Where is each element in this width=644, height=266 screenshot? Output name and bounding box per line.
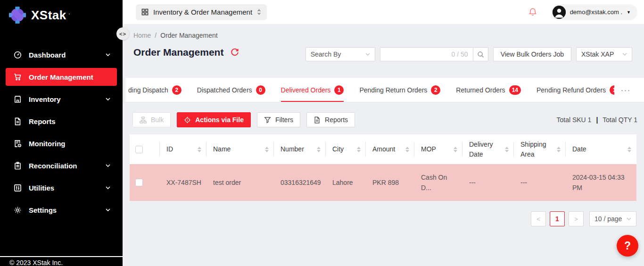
- app-switcher-button[interactable]: Inventory & Order Management: [136, 4, 267, 20]
- breadcrumb-current: Order Management: [160, 32, 217, 39]
- table-header-row: ID Name Number City Amount MOP: [130, 134, 636, 164]
- pagination-page-1[interactable]: 1: [550, 211, 565, 226]
- sort-icon[interactable]: [557, 147, 561, 152]
- sidebar-item-utilities[interactable]: Utilities: [6, 179, 117, 197]
- xap-select-value: XStak XAP: [581, 50, 614, 58]
- topbar: Inventory & Order Management demo@xstak.…: [123, 0, 644, 25]
- brand-logo[interactable]: XStak ·: [0, 0, 123, 24]
- cart-icon: [14, 73, 22, 81]
- target-icon: [184, 116, 191, 124]
- page-title: Order Management: [133, 47, 223, 58]
- cell-name: test order: [206, 164, 274, 201]
- search-input[interactable]: [385, 50, 449, 58]
- search-box: 0 / 50: [380, 47, 473, 61]
- sidebar-collapse-toggle[interactable]: <>: [116, 27, 129, 40]
- header-checkbox-cell: [130, 134, 160, 164]
- sidebar-item-label: Monitoring: [29, 140, 65, 148]
- actions-via-file-button[interactable]: Actions via File: [177, 112, 251, 127]
- tab-count-badge: 2: [431, 85, 440, 95]
- sidebar-item-label: Inventory: [29, 95, 61, 103]
- orders-table: ID Name Number City Amount MOP: [130, 134, 636, 201]
- chevron-down-icon: [365, 53, 370, 56]
- sidebar-item-inventory[interactable]: Inventory: [6, 90, 117, 108]
- column-header-amount[interactable]: Amount: [366, 134, 414, 164]
- sidebar-item-dashboard[interactable]: Dashboard: [6, 46, 117, 64]
- search-by-value: Search By: [311, 50, 341, 58]
- tab-pending-refund-orders[interactable]: Pending Refund Orders 1: [537, 78, 619, 102]
- column-header-id[interactable]: ID: [160, 134, 206, 164]
- column-header-delivery-date[interactable]: Delivery Date: [462, 134, 514, 164]
- column-header-number[interactable]: Number: [274, 134, 326, 164]
- notification-bell-icon[interactable]: [528, 8, 537, 17]
- sort-icon[interactable]: [405, 147, 409, 152]
- page-size-value: 10 / page: [594, 215, 622, 223]
- row-checkbox[interactable]: [135, 179, 143, 186]
- view-bulk-orders-job-button[interactable]: View Bulk Orders Job: [493, 47, 571, 61]
- column-header-date[interactable]: Date: [566, 134, 636, 164]
- breadcrumb-separator: /: [155, 32, 157, 39]
- page-size-select[interactable]: 10 / page: [589, 211, 636, 226]
- filter-funnel-icon: [264, 116, 271, 124]
- pagination-next-button[interactable]: >: [569, 211, 584, 226]
- tab-pending-return-orders[interactable]: Pending Return Orders 2: [359, 78, 440, 102]
- select-all-checkbox[interactable]: [135, 146, 143, 153]
- cell-delivery-date: ---: [462, 164, 514, 201]
- column-header-shipping-area[interactable]: Shipping Area: [514, 134, 566, 164]
- clipboard-icon: [14, 162, 22, 170]
- tab-count-badge: 14: [509, 85, 521, 95]
- tab-count-badge: 2: [172, 85, 182, 95]
- sidebar-item-reconciliation[interactable]: Reconciliation: [6, 157, 117, 175]
- sidebar-item-order-management[interactable]: Order Management: [6, 68, 117, 86]
- caret-down-icon: ▼: [627, 10, 631, 15]
- total-qty: Total QTY 1: [603, 116, 637, 124]
- sidebar-item-monitoring[interactable]: Monitoring: [6, 134, 117, 152]
- search-group: 0 / 50: [380, 47, 488, 61]
- sidebar: XStak · Dashboard Order Management Inven…: [0, 0, 123, 266]
- sliders-icon: [14, 184, 22, 192]
- filters-button[interactable]: Filters: [257, 112, 300, 127]
- bulk-button[interactable]: Bulk: [132, 112, 171, 127]
- sidebar-item-label: Dashboard: [29, 51, 66, 59]
- tab-count-badge: 1: [334, 85, 344, 95]
- order-status-tabs: ding Dispatch 2 Dispatched Orders 0 Deli…: [123, 78, 644, 102]
- sort-icon[interactable]: [627, 147, 631, 152]
- sidebar-item-settings[interactable]: Settings: [6, 201, 117, 219]
- sidebar-menu: Dashboard Order Management Inventory Rep…: [0, 46, 123, 219]
- main-content: <> Home / Order Management Order Managem…: [123, 25, 644, 266]
- sort-icon[interactable]: [505, 147, 509, 152]
- reports-button[interactable]: Reports: [306, 112, 355, 127]
- search-by-select[interactable]: Search By: [305, 47, 375, 61]
- pagination-prev-button[interactable]: <: [531, 211, 546, 226]
- avatar: [553, 6, 566, 19]
- sidebar-item-reports[interactable]: Reports: [6, 112, 117, 130]
- sort-icon[interactable]: [317, 147, 321, 152]
- search-button[interactable]: [473, 47, 488, 61]
- column-header-city[interactable]: City: [326, 134, 366, 164]
- cell-number: 03316321649: [274, 164, 326, 201]
- table-row[interactable]: XX-7487SH test order 03316321649 Lahore …: [130, 164, 636, 201]
- user-menu[interactable]: demo@xstak.com . ▼: [551, 4, 637, 20]
- totals-divider: |: [596, 116, 598, 124]
- cell-mop: Cash On D...: [414, 164, 462, 201]
- refresh-icon[interactable]: [231, 48, 239, 57]
- tab-dispatched-orders[interactable]: Dispatched Orders 0: [197, 78, 265, 102]
- tab-count-badge: 0: [256, 85, 265, 95]
- topbar-right: demo@xstak.com . ▼: [528, 4, 637, 20]
- chevron-down-icon: [106, 98, 110, 101]
- sidebar-item-label: Reconciliation: [29, 162, 77, 170]
- report-document-icon: [14, 117, 22, 125]
- sort-icon[interactable]: [265, 147, 269, 152]
- store-icon: [14, 95, 22, 103]
- tab-returned-orders[interactable]: Returned Orders 14: [456, 78, 521, 102]
- more-tabs-button[interactable]: ···: [614, 78, 644, 101]
- sort-icon[interactable]: [454, 147, 457, 152]
- sort-icon[interactable]: [357, 147, 361, 152]
- column-header-mop[interactable]: MOP: [414, 134, 462, 164]
- column-header-name[interactable]: Name: [206, 134, 274, 164]
- sort-icon[interactable]: [198, 147, 201, 152]
- xap-select[interactable]: XStak XAP: [576, 47, 632, 61]
- breadcrumb-home[interactable]: Home: [133, 32, 151, 39]
- help-button[interactable]: ?: [617, 235, 638, 257]
- tab-delivered-orders[interactable]: Delivered Orders 1: [281, 78, 344, 102]
- tab-pending-dispatch[interactable]: ding Dispatch 2: [128, 78, 182, 102]
